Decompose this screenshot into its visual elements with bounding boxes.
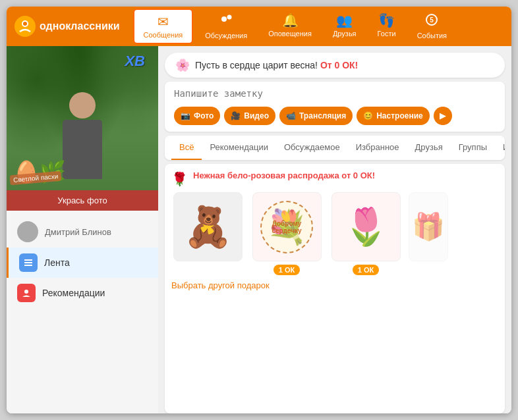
gift-bear-image: 🧸	[173, 192, 243, 261]
flower-icon: 🌸	[175, 58, 190, 72]
gift-flowers-image: 💐 Доброму сердечку	[252, 192, 322, 261]
nav-events-label: События	[417, 32, 447, 39]
sidebar-menu: Дмитрий Блинов Лента	[7, 211, 158, 413]
sidebar-item-recommendations[interactable]: Рекомендации	[7, 278, 158, 308]
feed-tabs: Всё Рекомендации Обсуждаемое Избранное Д…	[165, 136, 505, 160]
svg-rect-9	[24, 265, 32, 266]
messages-icon: ✉	[158, 14, 169, 30]
discussions-icon	[219, 13, 233, 30]
video-icon: 🎥	[231, 111, 241, 120]
nav-discussions[interactable]: Обсуждения	[196, 9, 256, 44]
spring-text: Пусть в сердце царит весна! От 0 ОК!	[195, 60, 358, 70]
gift-ok-badge-flowers[interactable]: 1 ОК	[273, 265, 300, 275]
nav-events[interactable]: 5 События	[408, 9, 456, 44]
basket-text: Доброму сердечку	[262, 220, 312, 234]
post-input-area: 📷 Фото 🎥 Видео 📹 Трансляция 😊 Настроение	[165, 82, 505, 132]
mood-button[interactable]: 😊 Настроение	[357, 107, 430, 125]
tape-icon	[19, 253, 38, 272]
decorative-circle: Доброму сердечку	[260, 201, 313, 253]
nav-items: ✉ Сообщения Обсуждения 🔔 Оповещения 👥 Др…	[133, 9, 504, 44]
video-button[interactable]: 🎥 Видео	[224, 107, 275, 125]
more-button[interactable]: ▶	[434, 107, 452, 125]
svg-point-2	[221, 16, 227, 22]
feed-content: 🌹 Нежная бело-розовая распродажа от 0 ОК…	[165, 164, 505, 413]
heart-circle: Доброму сердечку	[253, 193, 321, 261]
guests-icon: 👣	[378, 13, 395, 28]
reco-icon	[17, 284, 36, 302]
person-head	[69, 92, 96, 118]
mood-label: Настроение	[376, 111, 423, 120]
select-other-gift[interactable]: Выбрать другой подарок	[171, 280, 498, 290]
gift-items: 🧸 💐 Доброму сердечку	[171, 192, 498, 275]
user-avatar	[17, 221, 38, 242]
xb-badge: ХВ	[125, 53, 145, 70]
user-name: Дмитрий Блинов	[45, 227, 111, 237]
stream-button[interactable]: 📹 Трансляция	[279, 107, 353, 125]
gift-tulips[interactable]: 🌷 1 ОК	[330, 192, 402, 275]
logo[interactable]: одноклассники	[14, 16, 120, 37]
nav-friends[interactable]: 👥 Друзья	[324, 9, 366, 44]
gift-partial-image: 🎁	[409, 192, 448, 261]
tulips-emoji: 🌷	[343, 205, 389, 248]
nav-discussions-label: Обсуждения	[205, 32, 247, 39]
stream-label: Трансляция	[299, 111, 346, 120]
nav-messages-label: Сообщения	[144, 31, 183, 39]
tab-groups[interactable]: Группы	[451, 136, 495, 160]
decorate-photo-button[interactable]: Укрась фото	[7, 190, 158, 211]
mood-icon: 😊	[363, 111, 373, 120]
tab-recommendations[interactable]: Рекомендации	[202, 136, 276, 160]
bear-emoji: 🧸	[183, 203, 233, 250]
sidebar-item-tape-label: Лента	[44, 257, 70, 268]
partial-emoji: 🎁	[412, 211, 445, 242]
events-icon: 5	[424, 13, 439, 30]
video-label: Видео	[244, 111, 269, 120]
person-body	[63, 120, 102, 179]
svg-rect-8	[24, 262, 32, 263]
svg-rect-7	[24, 259, 32, 261]
svg-point-10	[24, 290, 28, 294]
tab-favorites[interactable]: Избранное	[348, 136, 407, 160]
sidebar: ХВ 🥚🌿 Светлой пасхи Укрась фото	[7, 46, 158, 413]
nav-messages[interactable]: ✉ Сообщения	[133, 9, 194, 44]
sidebar-item-tape[interactable]: Лента	[7, 248, 158, 278]
svg-point-1	[23, 22, 27, 26]
profile-photo: ХВ 🥚🌿 Светлой пасхи Укрась фото	[7, 46, 158, 211]
bell-icon: 🔔	[282, 13, 299, 28]
main-content: ХВ 🥚🌿 Светлой пасхи Укрась фото	[7, 46, 511, 413]
flowers-decoration: 💐 Доброму сердечку	[253, 193, 321, 261]
gift-partial: 🎁	[409, 192, 448, 261]
stream-icon: 📹	[286, 111, 296, 120]
sidebar-user[interactable]: Дмитрий Блинов	[7, 216, 158, 248]
more-icon: ▶	[440, 111, 446, 120]
svg-point-6	[24, 226, 31, 233]
gift-flowers-basket[interactable]: 💐 Доброму сердечку 1 ОК	[250, 192, 323, 275]
photo-button[interactable]: 📷 Фото	[174, 107, 220, 125]
sidebar-item-reco-label: Рекомендации	[42, 288, 105, 298]
gift-ok-badge-tulips[interactable]: 1 ОК	[353, 265, 379, 275]
logo-icon	[14, 16, 36, 37]
gift-bear[interactable]: 🧸	[171, 192, 244, 261]
friends-icon: 👥	[336, 13, 353, 28]
promo-rose-icon: 🌹	[171, 171, 188, 187]
tab-friends[interactable]: Друзья	[407, 136, 451, 160]
nav-friends-label: Друзья	[333, 30, 357, 38]
tab-games[interactable]: Игры	[495, 136, 505, 160]
top-navigation: одноклассники ✉ Сообщения Обсуждения 🔔 О…	[7, 7, 511, 46]
svg-text:5: 5	[430, 16, 434, 24]
nav-guests[interactable]: 👣 Гости	[368, 9, 405, 44]
right-content: 🌸 Пусть в сердце царит весна! От 0 ОК! 📷…	[158, 46, 511, 413]
camera-icon: 📷	[181, 111, 190, 120]
photo-label: Фото	[194, 111, 214, 120]
gift-tulips-image: 🌷	[331, 192, 401, 261]
nav-guests-label: Гости	[378, 30, 396, 38]
nav-notifications-label: Оповещения	[268, 30, 312, 38]
tab-discussed[interactable]: Обсуждаемое	[276, 136, 348, 160]
nav-notifications[interactable]: 🔔 Оповещения	[259, 9, 321, 44]
post-input[interactable]	[174, 88, 496, 99]
tab-all[interactable]: Всё	[171, 136, 202, 160]
logo-text: одноклассники	[40, 20, 120, 32]
post-actions: 📷 Фото 🎥 Видео 📹 Трансляция 😊 Настроение	[174, 107, 496, 125]
svg-point-3	[227, 15, 232, 20]
promo-label: Нежная бело-розовая распродажа от 0 ОК!	[193, 171, 375, 180]
spring-banner: 🌸 Пусть в сердце царит весна! От 0 ОК!	[165, 53, 505, 78]
